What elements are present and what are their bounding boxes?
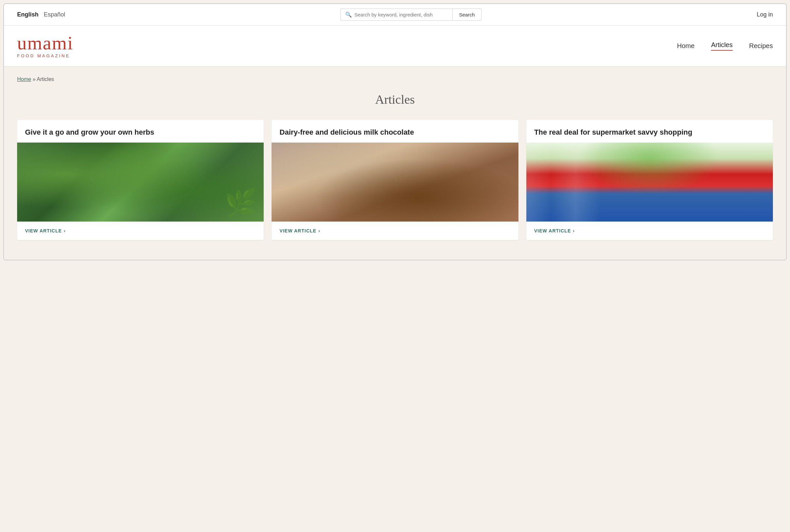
breadcrumb-home[interactable]: Home: [17, 76, 31, 82]
article-card-inner: Give it a go and grow your own herbs: [17, 120, 264, 142]
lang-english[interactable]: English: [17, 11, 39, 18]
article-card-inner: The real deal for supermarket savvy shop…: [526, 120, 773, 142]
page-container: English Español 🔍 Search Log in umami FO…: [3, 3, 787, 261]
view-article-text: VIEW ARTICLE: [280, 228, 316, 233]
logo-area: umami FOOD MAGAZINE: [17, 34, 73, 58]
top-bar: English Español 🔍 Search Log in: [4, 4, 786, 26]
article-card: Give it a go and grow your own herbs VIE…: [17, 120, 264, 240]
arrow-right-icon: ›: [318, 228, 320, 233]
article-image: [272, 142, 518, 222]
view-article-link[interactable]: VIEW ARTICLE ›: [526, 222, 773, 240]
breadcrumb-current: Articles: [37, 76, 54, 82]
nav-recipes[interactable]: Recipes: [749, 42, 773, 50]
search-button[interactable]: Search: [452, 8, 482, 21]
nav-home[interactable]: Home: [677, 42, 695, 50]
view-article-text: VIEW ARTICLE: [534, 228, 571, 233]
main-nav: Home Articles Recipes: [677, 41, 773, 51]
article-title: Dairy-free and delicious milk chocolate: [280, 128, 510, 137]
breadcrumb-separator: »: [33, 76, 37, 82]
article-image: [526, 142, 773, 222]
content-area: Home » Articles Articles Give it a go an…: [4, 66, 786, 260]
article-card: Dairy-free and delicious milk chocolate …: [272, 120, 518, 240]
login-link[interactable]: Log in: [757, 11, 773, 18]
nav-articles[interactable]: Articles: [711, 41, 733, 51]
arrow-right-icon: ›: [573, 228, 575, 233]
article-title: Give it a go and grow your own herbs: [25, 128, 256, 137]
article-title: The real deal for supermarket savvy shop…: [534, 128, 765, 137]
breadcrumb: Home » Articles: [17, 76, 773, 82]
article-image: [17, 142, 264, 222]
view-article-link[interactable]: VIEW ARTICLE ›: [272, 222, 518, 240]
page-title: Articles: [17, 92, 773, 107]
view-article-link[interactable]: VIEW ARTICLE ›: [17, 222, 264, 240]
search-area: 🔍 Search: [340, 8, 482, 21]
language-switcher: English Español: [17, 11, 65, 18]
lang-spanish[interactable]: Español: [44, 11, 65, 18]
articles-grid: Give it a go and grow your own herbs VIE…: [17, 120, 773, 240]
view-article-text: VIEW ARTICLE: [25, 228, 62, 233]
logo-tagline: FOOD MAGAZINE: [17, 53, 70, 58]
logo[interactable]: umami: [17, 34, 73, 53]
brand-header: umami FOOD MAGAZINE Home Articles Recipe…: [4, 26, 786, 66]
article-card: The real deal for supermarket savvy shop…: [526, 120, 773, 240]
arrow-right-icon: ›: [64, 228, 66, 233]
search-input[interactable]: [354, 12, 448, 17]
search-icon: 🔍: [345, 12, 352, 18]
search-input-wrap: 🔍: [340, 8, 452, 21]
article-card-inner: Dairy-free and delicious milk chocolate: [272, 120, 518, 142]
